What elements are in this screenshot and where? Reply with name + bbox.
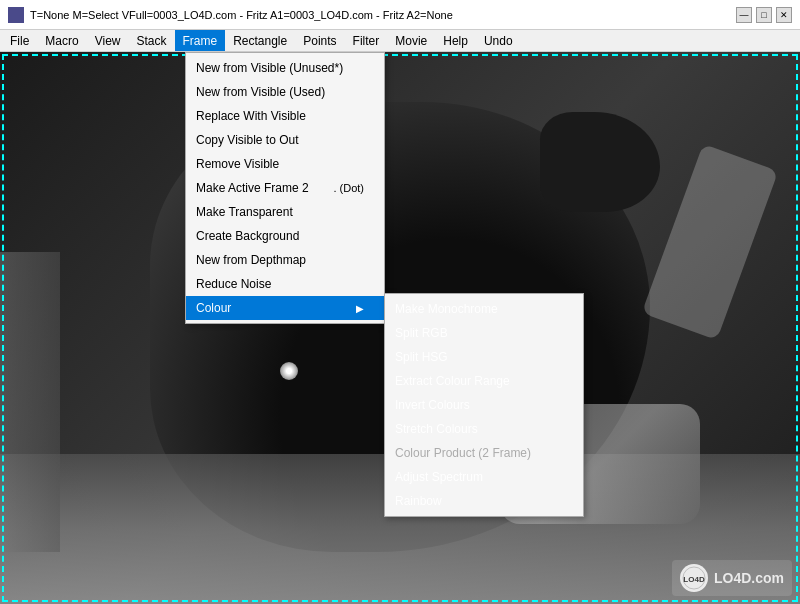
- maximize-button[interactable]: □: [756, 7, 772, 23]
- watermark: LO4D LO4D.com: [672, 560, 792, 596]
- menu-macro[interactable]: Macro: [37, 30, 86, 51]
- submenu-adjust-spectrum[interactable]: Adjust Spectrum: [385, 465, 583, 489]
- menu-undo[interactable]: Undo: [476, 30, 521, 51]
- menu-stack[interactable]: Stack: [128, 30, 174, 51]
- menu-bar: File Macro View Stack Frame Rectangle Po…: [0, 30, 800, 52]
- svg-text:LO4D: LO4D: [683, 575, 705, 584]
- menu-points[interactable]: Points: [295, 30, 344, 51]
- frame-dropdown: New from Visible (Unused*) New from Visi…: [185, 52, 385, 324]
- menu-view[interactable]: View: [87, 30, 129, 51]
- menu-file[interactable]: File: [2, 30, 37, 51]
- main-content: New from Visible (Unused*) New from Visi…: [0, 52, 800, 604]
- submenu-stretch-colours[interactable]: Stretch Colours: [385, 417, 583, 441]
- submenu-colour-product: Colour Product (2 Frame): [385, 441, 583, 465]
- menu-help[interactable]: Help: [435, 30, 476, 51]
- watermark-label: LO4D.com: [714, 570, 784, 586]
- menu-option-new-used[interactable]: New from Visible (Used): [186, 80, 384, 104]
- submenu-split-hsg[interactable]: Split HSG: [385, 345, 583, 369]
- frame-menu: New from Visible (Unused*) New from Visi…: [185, 52, 385, 324]
- menu-frame[interactable]: Frame: [175, 30, 226, 51]
- menu-option-new-depthmap[interactable]: New from Depthmap: [186, 248, 384, 272]
- menu-option-create-background[interactable]: Create Background: [186, 224, 384, 248]
- make-active-shortcut: . (Dot): [333, 182, 364, 194]
- watermark-logo: LO4D: [680, 564, 708, 592]
- submenu-rainbow[interactable]: Rainbow: [385, 489, 583, 513]
- submenu-extract-colour[interactable]: Extract Colour Range: [385, 369, 583, 393]
- app-icon: [8, 7, 24, 23]
- submenu-invert-colours[interactable]: Invert Colours: [385, 393, 583, 417]
- submenu-make-monochrome[interactable]: Make Monochrome: [385, 297, 583, 321]
- title-bar: T=None M=Select VFull=0003_LO4D.com - Fr…: [0, 0, 800, 30]
- menu-option-colour[interactable]: Colour ▶ Make Monochrome Split RGB Split…: [186, 296, 384, 320]
- menu-movie[interactable]: Movie: [387, 30, 435, 51]
- menu-option-new-unused[interactable]: New from Visible (Unused*): [186, 56, 384, 80]
- menu-rectangle[interactable]: Rectangle: [225, 30, 295, 51]
- submenu-split-rgb[interactable]: Split RGB: [385, 321, 583, 345]
- minimize-button[interactable]: —: [736, 7, 752, 23]
- submenu-arrow-icon: ▶: [356, 303, 364, 314]
- colour-submenu: Make Monochrome Split RGB Split HSG Extr…: [384, 293, 584, 517]
- menu-option-reduce-noise[interactable]: Reduce Noise: [186, 272, 384, 296]
- menu-option-remove-visible[interactable]: Remove Visible: [186, 152, 384, 176]
- menu-filter[interactable]: Filter: [345, 30, 388, 51]
- window-controls: — □ ✕: [736, 7, 792, 23]
- menu-option-replace-visible[interactable]: Replace With Visible: [186, 104, 384, 128]
- window-title: T=None M=Select VFull=0003_LO4D.com - Fr…: [30, 9, 453, 21]
- cat-paw: [540, 112, 660, 212]
- menu-option-copy-visible[interactable]: Copy Visible to Out: [186, 128, 384, 152]
- close-button[interactable]: ✕: [776, 7, 792, 23]
- menu-option-make-active[interactable]: Make Active Frame 2 . (Dot): [186, 176, 384, 200]
- menu-option-make-transparent[interactable]: Make Transparent: [186, 200, 384, 224]
